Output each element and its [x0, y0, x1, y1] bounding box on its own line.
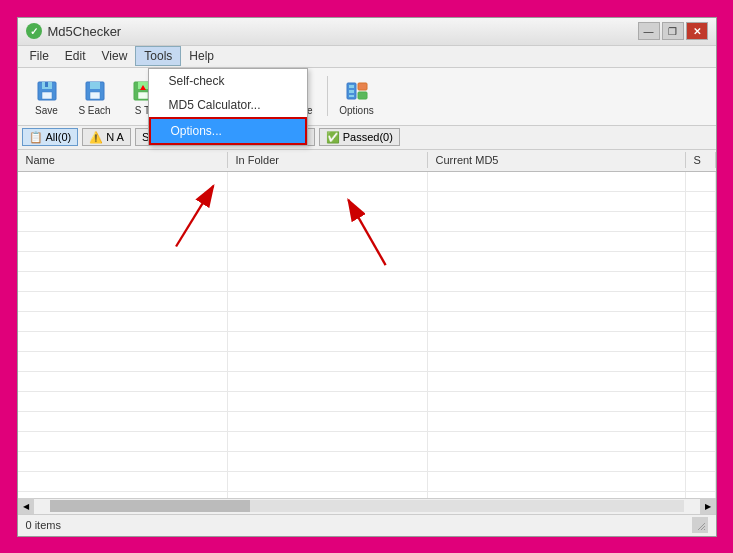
close-button[interactable]: ✕: [686, 22, 708, 40]
window-controls: — ❐ ✕: [638, 22, 708, 40]
filter-passed-label: Passed(0): [343, 131, 393, 143]
col-md5[interactable]: Current MD5: [428, 152, 686, 168]
menu-file[interactable]: File: [22, 47, 57, 65]
status-bar: 0 items: [18, 514, 716, 536]
menu-view[interactable]: View: [94, 47, 136, 65]
window-title: Md5Checker: [48, 24, 122, 39]
table-row: [18, 372, 716, 392]
svg-rect-2: [42, 92, 52, 99]
table-row: [18, 452, 716, 472]
seach-label: S Each: [78, 105, 110, 116]
table-row: [18, 412, 716, 432]
horizontal-scrollbar[interactable]: ◀ ▶: [18, 498, 716, 514]
table-row: [18, 172, 716, 192]
seach-icon: [81, 77, 109, 105]
filter-bar: 📋 All(0) ⚠️ N A S T ℹ️ New(0) ❌ Failed(0…: [18, 126, 716, 150]
dropdown-options[interactable]: Options...: [149, 117, 307, 145]
table-row: [18, 352, 716, 372]
scrollbar-thumb[interactable]: [50, 500, 250, 512]
table-row: [18, 212, 716, 232]
table-row: [18, 432, 716, 452]
dropdown-selfcheck[interactable]: Self-check: [149, 69, 307, 93]
svg-rect-26: [349, 95, 354, 97]
all-icon: 📋: [29, 131, 43, 144]
table-header: Name In Folder Current MD5 S: [18, 150, 716, 172]
table-row: [18, 312, 716, 332]
svg-rect-5: [90, 82, 100, 89]
toolbar-save-button[interactable]: Save: [24, 71, 70, 121]
table-row: [18, 192, 716, 212]
app-icon: ✓: [26, 23, 42, 39]
table-row: [18, 332, 716, 352]
table-row: [18, 392, 716, 412]
toolbar-options-button[interactable]: Options: [334, 71, 380, 121]
restore-button[interactable]: ❐: [662, 22, 684, 40]
svg-rect-6: [90, 92, 100, 99]
options-label: Options: [339, 105, 373, 116]
filter-passed[interactable]: ✅ Passed(0): [319, 128, 400, 146]
svg-rect-9: [138, 92, 148, 99]
svg-line-33: [704, 529, 705, 530]
scrollbar-track[interactable]: [50, 500, 684, 512]
toolbar-seach-button[interactable]: S Each: [72, 71, 118, 121]
dropdown-md5calc[interactable]: MD5 Calculator...: [149, 93, 307, 117]
toolbar: Save S Each S T: [18, 68, 716, 126]
col-s[interactable]: S: [686, 152, 716, 168]
table-row: [18, 272, 716, 292]
table-row: [18, 472, 716, 492]
menu-bar: File Edit View Tools Help Self-check MD5…: [18, 46, 716, 68]
menu-edit[interactable]: Edit: [57, 47, 94, 65]
menu-tools[interactable]: Tools: [135, 46, 181, 66]
scroll-left-button[interactable]: ◀: [18, 498, 34, 514]
toolbar-sep-2: [327, 76, 328, 116]
col-name[interactable]: Name: [18, 152, 228, 168]
table-grid: [18, 172, 716, 498]
save-label: Save: [35, 105, 58, 116]
main-window: ✓ Md5Checker — ❐ ✕ File Edit View Tools …: [17, 17, 717, 537]
status-text: 0 items: [26, 519, 61, 531]
resize-grip[interactable]: [692, 517, 708, 533]
svg-rect-24: [349, 85, 354, 88]
svg-rect-3: [45, 82, 48, 87]
filter-all[interactable]: 📋 All(0): [22, 128, 79, 146]
col-folder[interactable]: In Folder: [228, 152, 428, 168]
svg-rect-22: [358, 83, 367, 90]
filter-all-label: All(0): [46, 131, 72, 143]
svg-rect-23: [358, 92, 367, 99]
warning-icon: ⚠️: [89, 131, 103, 144]
minimize-button[interactable]: —: [638, 22, 660, 40]
table-row: [18, 252, 716, 272]
table-row: [18, 292, 716, 312]
title-bar: ✓ Md5Checker — ❐ ✕: [18, 18, 716, 46]
table-row: [18, 232, 716, 252]
filter-na[interactable]: ⚠️ N A: [82, 128, 131, 146]
table-body: [18, 172, 716, 498]
filter-na-label: N A: [106, 131, 124, 143]
save-icon: [33, 77, 61, 105]
options-icon: [343, 77, 371, 105]
scroll-right-button[interactable]: ▶: [700, 498, 716, 514]
title-bar-left: ✓ Md5Checker: [26, 23, 122, 39]
tools-dropdown: Self-check MD5 Calculator... Options...: [148, 68, 308, 146]
menu-help[interactable]: Help: [181, 47, 222, 65]
svg-rect-25: [349, 90, 354, 93]
passed-icon: ✅: [326, 131, 340, 144]
